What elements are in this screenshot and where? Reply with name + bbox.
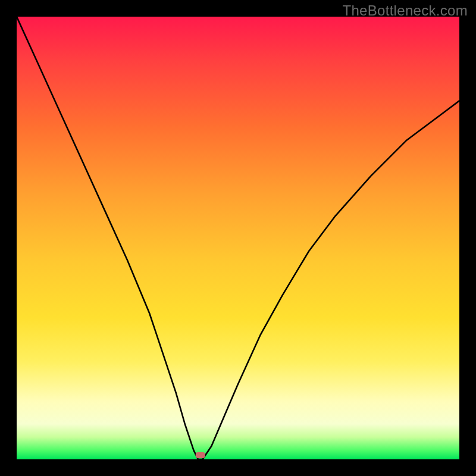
plot-area <box>17 17 459 459</box>
chart-frame: TheBottleneck.com <box>0 0 476 476</box>
chart-svg <box>17 17 459 459</box>
min-marker <box>196 452 205 458</box>
watermark-text: TheBottleneck.com <box>342 2 468 19</box>
bottleneck-curve <box>17 17 459 459</box>
